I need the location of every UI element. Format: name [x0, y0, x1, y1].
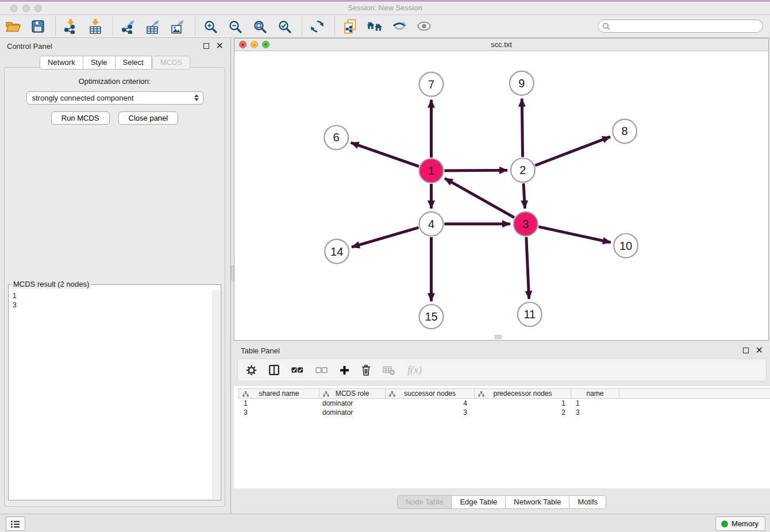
zoom-in-button[interactable]: [202, 17, 219, 36]
run-mcds-button[interactable]: Run MCDS: [51, 111, 110, 125]
apply-layout-button[interactable]: [309, 17, 326, 36]
graph-edge-3-1[interactable]: [445, 178, 514, 217]
cell-name[interactable]: 3: [571, 408, 619, 417]
memory-status-icon: [721, 521, 728, 527]
graph-edge-3-10[interactable]: [538, 227, 611, 242]
graph-edge-1-6[interactable]: [351, 142, 419, 166]
criterion-select[interactable]: strongly connected component: [26, 91, 203, 105]
zoom-selected-button[interactable]: [276, 17, 293, 36]
toolbar-separator: [55, 17, 56, 36]
network-graph[interactable]: 7968124314101511: [234, 52, 768, 340]
search-box[interactable]: [598, 20, 763, 33]
graph-node-label-9: 9: [518, 77, 525, 90]
clear-selection-button[interactable]: [315, 361, 328, 379]
cell-mcds-role[interactable]: dominator: [319, 408, 385, 417]
zoom-fit-button[interactable]: [251, 17, 268, 36]
table-options-button[interactable]: [246, 361, 257, 379]
graph-node-label-2: 2: [519, 164, 526, 176]
column-header-mcds-role[interactable]: MCDS role: [319, 389, 386, 398]
graph-edge-1-2[interactable]: [444, 170, 507, 171]
shared-column-icon: [242, 391, 249, 397]
cell-name[interactable]: 1: [571, 399, 619, 407]
column-header-predecessor-nodes[interactable]: predecessor nodes: [475, 389, 571, 398]
network-maximize-button[interactable]: +: [262, 41, 270, 48]
save-session-button[interactable]: [29, 17, 47, 36]
search-icon: [602, 22, 610, 30]
window-titlebar: Session: New Session: [0, 0, 770, 15]
search-input[interactable]: [613, 21, 763, 32]
cell-predecessor-nodes[interactable]: 2: [474, 408, 571, 417]
export-table-button[interactable]: [144, 17, 161, 36]
import-network-button[interactable]: [62, 17, 79, 36]
eye-icon: [417, 21, 431, 31]
cell-successor-nodes[interactable]: 3: [385, 408, 474, 417]
houses-icon: [367, 20, 383, 33]
close-panel-icon[interactable]: ✕: [756, 348, 763, 353]
columns-icon: [269, 365, 279, 375]
graph-edge-2-3[interactable]: [523, 183, 525, 209]
tab-network-table[interactable]: Network Table: [505, 495, 569, 509]
graph-edge-3-11[interactable]: [526, 237, 529, 299]
result-scrollbar[interactable]: [213, 290, 220, 499]
graph-edge-4-14[interactable]: [352, 228, 419, 247]
show-panels-button[interactable]: [6, 516, 25, 531]
window-minimize-button[interactable]: [22, 5, 30, 12]
graph-edge-2-9[interactable]: [522, 99, 522, 157]
delete-row-button[interactable]: [361, 361, 371, 379]
column-header-shared-name[interactable]: shared name: [239, 389, 319, 398]
graph-edge-2-8[interactable]: [535, 137, 610, 165]
canvas-grabber[interactable]: [495, 335, 502, 339]
graph-node-label-15: 15: [425, 310, 437, 323]
function-builder-button[interactable]: f(x): [407, 361, 422, 379]
network-close-button[interactable]: ×: [239, 41, 247, 48]
tab-select[interactable]: Select: [115, 56, 152, 70]
table-row[interactable]: 3 dominator 3 2 3: [238, 408, 770, 417]
tab-mcds[interactable]: MCDS: [152, 56, 190, 70]
delete-table-button[interactable]: [383, 361, 395, 379]
tab-network[interactable]: Network: [40, 56, 83, 70]
export-image-button[interactable]: [169, 17, 186, 36]
network-window-title: scc.txt: [234, 38, 768, 51]
column-header-name[interactable]: name: [571, 389, 619, 398]
network-canvas[interactable]: 7968124314101511: [234, 52, 768, 340]
hide-selected-button[interactable]: [391, 17, 408, 36]
open-session-button[interactable]: [5, 17, 22, 36]
tab-edge-table[interactable]: Edge Table: [451, 495, 506, 509]
cell-mcds-role[interactable]: dominator: [319, 399, 385, 407]
tab-style[interactable]: Style: [83, 56, 116, 70]
network-window-titlebar[interactable]: × − + scc.txt: [234, 38, 768, 51]
tab-motifs[interactable]: Motifs: [569, 495, 606, 509]
add-row-button[interactable]: [340, 361, 349, 379]
import-table-button[interactable]: [87, 17, 104, 36]
export-network-button[interactable]: [120, 17, 137, 36]
cell-successor-nodes[interactable]: 4: [385, 399, 474, 407]
show-columns-button[interactable]: [269, 361, 279, 379]
status-bar: Memory: [0, 514, 770, 532]
cell-shared-name[interactable]: 1: [238, 399, 319, 407]
select-all-button[interactable]: [291, 361, 303, 379]
memory-button[interactable]: Memory: [715, 516, 765, 531]
column-label: shared name: [259, 390, 299, 398]
duplicate-network-button[interactable]: [341, 17, 359, 36]
graph-node-label-4: 4: [428, 218, 434, 230]
network-minimize-button[interactable]: −: [251, 41, 258, 48]
cell-predecessor-nodes[interactable]: 1: [474, 399, 571, 407]
plus-icon: [340, 365, 349, 375]
table-row[interactable]: 1 dominator 4 1 1: [238, 399, 770, 408]
column-header-successor-nodes[interactable]: successor nodes: [386, 389, 475, 398]
show-all-button[interactable]: [415, 17, 433, 36]
mcds-result-list: 1 3: [9, 285, 221, 310]
cell-shared-name[interactable]: 3: [238, 408, 319, 417]
float-panel-icon[interactable]: [743, 348, 749, 353]
window-zoom-button[interactable]: [34, 5, 42, 12]
empty-boxes-icon: [315, 367, 328, 373]
eye-slash-icon: [392, 20, 407, 33]
tab-node-table[interactable]: Node Table: [397, 495, 452, 509]
window-close-button[interactable]: [10, 5, 18, 12]
float-panel-icon[interactable]: [203, 43, 209, 49]
close-panel-button[interactable]: Close panel: [118, 111, 179, 125]
zoom-out-button[interactable]: [226, 17, 244, 36]
close-panel-icon[interactable]: ✕: [216, 43, 224, 49]
first-neighbors-button[interactable]: [366, 17, 383, 36]
shared-column-icon: [389, 391, 395, 397]
